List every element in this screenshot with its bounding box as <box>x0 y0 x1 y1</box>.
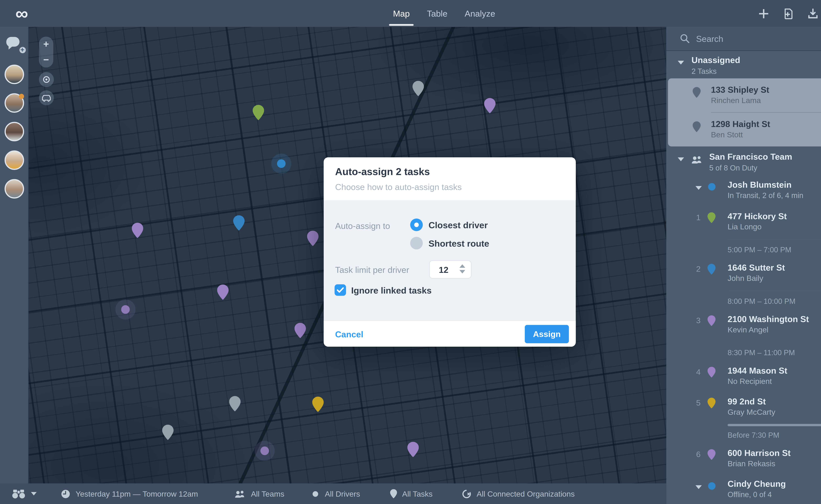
drivers-filter[interactable]: All Drivers <box>311 483 360 504</box>
assign-button[interactable]: Assign <box>525 325 569 343</box>
task-progress-bar[interactable] <box>728 342 821 344</box>
task-row[interactable]: 6 600 Harrison St Brian Rekasis <box>666 442 821 473</box>
driver-avatar-5[interactable] <box>4 179 24 199</box>
chat-add-badge: + <box>18 46 27 54</box>
map-task-pin-gray[interactable] <box>162 425 173 440</box>
tab-map[interactable]: Map <box>393 0 410 27</box>
driver-avatar-1[interactable] <box>4 65 24 84</box>
map-task-pin-purple[interactable] <box>295 323 306 338</box>
shortest-route-label[interactable]: Shortest route <box>429 239 489 249</box>
task-pin-icon <box>390 489 397 498</box>
modal-footer: Cancel Assign <box>324 320 576 347</box>
tab-analyze[interactable]: Analyze <box>465 0 495 27</box>
map-task-pin-green[interactable] <box>253 105 264 120</box>
map-task-pin-gray[interactable] <box>229 396 241 411</box>
task-progress-bar[interactable] <box>728 290 821 292</box>
task-row[interactable]: 2 1646 Sutter St John Baily 8:38 PM 8:00… <box>666 257 821 308</box>
lookup-filter[interactable] <box>11 483 37 504</box>
collapse-caret-icon[interactable] <box>696 485 702 489</box>
driver-name: Cindy Cheung <box>728 479 821 489</box>
task-pin-icon <box>708 212 716 223</box>
task-row[interactable]: 3 2100 Washington St Kevin Angel 8:45 PM… <box>666 308 821 360</box>
task-recipient: Rinchen Lama <box>711 96 821 105</box>
ignore-linked-label[interactable]: Ignore linked tasks <box>351 285 432 296</box>
task-pin-icon <box>693 121 701 132</box>
stepper-down-icon[interactable] <box>459 270 465 273</box>
driver-avatar-3[interactable] <box>4 122 24 141</box>
map-driver-dot-blue[interactable] <box>277 159 286 168</box>
task-time-window: 8:00 PM – 10:00 PM <box>728 297 821 305</box>
export-icon[interactable] <box>807 8 819 19</box>
new-chat-button[interactable]: + <box>5 36 23 52</box>
teams-filter[interactable]: All Teams <box>234 483 284 504</box>
stepper-up-icon[interactable] <box>459 264 465 268</box>
closest-driver-label[interactable]: Closest driver <box>429 220 488 231</box>
number-stepper <box>459 264 465 273</box>
driver-avatar-2[interactable] <box>4 93 24 113</box>
task-recipient: Brian Rekasis <box>728 459 775 468</box>
assign-to-label: Auto-assign to <box>335 221 390 231</box>
map-task-pin-purple[interactable] <box>132 223 143 238</box>
tab-table[interactable]: Table <box>427 0 447 27</box>
map-task-pin-gray[interactable] <box>412 81 424 96</box>
radio-closest-driver[interactable] <box>410 219 423 231</box>
task-row[interactable]: 4 1944 Mason St No Recipient <box>666 360 821 391</box>
driver-avatar-4[interactable] <box>4 150 24 170</box>
unassigned-task-row[interactable]: 1298 Haight St Ben Stott <box>668 113 821 147</box>
map-driver-dot-purple[interactable] <box>261 447 269 455</box>
task-pin-icon <box>708 367 716 378</box>
task-row[interactable]: 1 477 Hickory St Lia Longo 8:26 PM 5:00 … <box>666 205 821 257</box>
driver-status: Offline, 0 of 4 <box>728 490 821 499</box>
collapse-caret-icon[interactable] <box>678 61 684 65</box>
map-task-pin-purple[interactable] <box>217 284 229 300</box>
unassigned-task-row[interactable]: 133 Shipley St Rinchen Lama <box>668 78 821 112</box>
map-driver-dot-purple[interactable] <box>121 305 130 314</box>
task-recipient: Ben Stott <box>711 130 821 139</box>
map-task-pin-blue[interactable] <box>233 215 245 231</box>
organizations-filter[interactable]: All Connected Organizations <box>462 483 575 504</box>
top-actions: ? <box>758 0 821 27</box>
collapse-caret-icon[interactable] <box>696 186 702 190</box>
zoom-out-button[interactable]: − <box>39 52 53 67</box>
tasks-filter[interactable]: All Tasks <box>390 483 432 504</box>
task-address: 99 2nd St <box>728 396 821 406</box>
task-number: 1 <box>693 213 704 222</box>
unassigned-group-header[interactable]: Unassigned 2 Tasks <box>666 51 821 77</box>
task-progress-bar[interactable] <box>728 239 821 241</box>
task-address: 1646 Sutter St <box>728 263 821 272</box>
task-time-window: 8:30 PM – 11:00 PM <box>728 348 821 357</box>
add-task-icon[interactable] <box>758 8 769 19</box>
zoom-in-button[interactable]: + <box>39 37 53 52</box>
task-progress-bar[interactable] <box>728 424 821 426</box>
task-number: 4 <box>693 367 704 377</box>
driver-rail: + <box>0 27 29 483</box>
ignore-linked-checkbox[interactable] <box>335 284 346 296</box>
task-number: 5 <box>693 398 704 407</box>
driver-name: Josh Blumstein <box>728 180 821 189</box>
modal-body: Auto-assign to Closest driver Shortest r… <box>324 200 576 320</box>
driver-row-cindy[interactable]: Cindy Cheung Offline, 0 of 4 <box>666 473 821 504</box>
collapse-caret-icon[interactable] <box>678 157 684 161</box>
task-limit-input[interactable]: 12 <box>429 260 471 279</box>
map-task-pin-purple[interactable] <box>484 98 495 113</box>
team-group-header[interactable]: San Francisco Team 5 of 8 On Duty <box>666 148 821 174</box>
import-tasks-icon[interactable] <box>783 8 794 19</box>
teams-icon <box>234 489 246 498</box>
task-sidebar: Search Unassigned 2 Tasks 133 Shipley St… <box>666 27 821 504</box>
task-recipient: John Baily <box>728 274 763 283</box>
search-input[interactable]: Search <box>696 34 821 43</box>
task-number: 6 <box>693 450 704 459</box>
locate-button[interactable] <box>39 72 54 87</box>
task-number: 2 <box>693 264 704 273</box>
team-title: San Francisco Team <box>709 152 821 161</box>
traffic-button[interactable] <box>39 90 54 105</box>
date-range-filter[interactable]: Yesterday 11pm — Tomorrow 12am <box>61 483 198 504</box>
radio-shortest-route[interactable] <box>410 237 423 250</box>
driver-row-josh[interactable]: Josh Blumstein In Transit, 2 of 6, 4 min… <box>666 174 821 205</box>
map-task-pin-yellow[interactable] <box>312 397 324 412</box>
cancel-button[interactable]: Cancel <box>335 329 363 339</box>
task-row[interactable]: 5 99 2nd St Gray McCarty Before 7:30 PM <box>666 391 821 442</box>
map-task-pin-purple[interactable] <box>407 442 419 457</box>
map-task-pin-purple[interactable] <box>307 231 319 246</box>
onfleet-logo-icon[interactable]: ∞ <box>8 0 35 27</box>
